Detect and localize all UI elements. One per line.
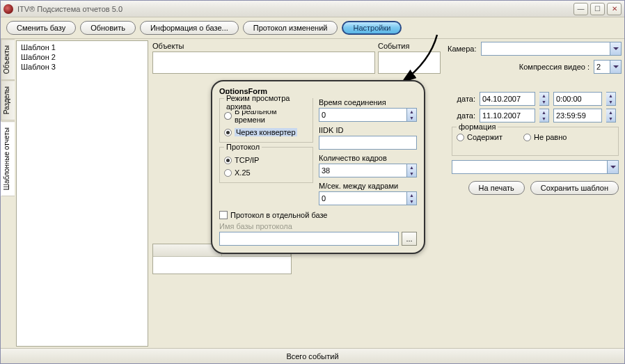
- frame-count-spinner[interactable]: ▲▼: [407, 164, 417, 177]
- info-legend: формация: [457, 122, 498, 131]
- side-tab-sections[interactable]: Разделы: [1, 80, 15, 120]
- time-spinner[interactable]: ▲▼: [606, 92, 616, 106]
- frame-count-input[interactable]: 38: [319, 164, 407, 177]
- protocol-button[interactable]: Протокол изменений: [243, 21, 338, 35]
- browse-button[interactable]: ...: [402, 232, 417, 246]
- tcpip-radio[interactable]: TCP/IP: [224, 156, 308, 164]
- toolbar: Сменить базу Обновить Информация о базе.…: [1, 17, 624, 38]
- side-tab-templates[interactable]: Шаблонные отчеты: [1, 121, 15, 196]
- protocol-legend: Протокол: [224, 143, 262, 151]
- template-list[interactable]: Шаблон 1 Шаблон 2 Шаблон 3: [16, 40, 148, 347]
- end-date-label: дата:: [452, 111, 475, 120]
- objects-box[interactable]: [152, 52, 375, 74]
- settings-button[interactable]: Настройки: [342, 21, 402, 35]
- start-date-field[interactable]: 04.10.2007: [480, 92, 535, 106]
- camera-label: Камера:: [448, 45, 477, 53]
- frame-interval-spinner[interactable]: ▲▼: [407, 191, 417, 205]
- end-date-field[interactable]: 11.10.2007: [480, 109, 535, 122]
- frame-interval-input[interactable]: 0: [319, 191, 407, 205]
- compression-value: 2: [594, 63, 601, 71]
- contains-radio[interactable]: Содержит: [457, 133, 503, 141]
- notequal-radio[interactable]: Не равно: [523, 133, 567, 141]
- iidk-input[interactable]: [319, 136, 417, 150]
- maximize-button[interactable]: ☐: [590, 3, 605, 15]
- options-dialog: OptionsForm Режим просмотра архива В реа…: [211, 80, 425, 254]
- date-spinner[interactable]: ▲▼: [539, 92, 549, 106]
- chevron-down-icon[interactable]: [610, 42, 621, 55]
- camera-combo[interactable]: [481, 42, 622, 56]
- change-base-button[interactable]: Сменить базу: [6, 21, 76, 35]
- print-button[interactable]: На печать: [468, 181, 525, 195]
- minimize-button[interactable]: —: [573, 3, 588, 15]
- side-tab-objects[interactable]: Объекты: [1, 39, 15, 80]
- save-template-button[interactable]: Сохранить шаблон: [530, 181, 619, 195]
- compression-label: Компрессия видео :: [519, 63, 590, 71]
- window-title: ITV® Подсистема отчетов 5.0: [17, 5, 122, 13]
- iidk-label: IIDK ID: [319, 126, 417, 134]
- time-spinner[interactable]: ▲▼: [606, 109, 616, 122]
- side-tabs: Объекты Разделы Шаблонные отчеты: [1, 39, 15, 348]
- separate-db-check[interactable]: Протокол в отдельной базе: [219, 211, 417, 219]
- converter-radio[interactable]: Через конвертер: [224, 128, 308, 136]
- chevron-down-icon[interactable]: [607, 161, 618, 173]
- titlebar: ITV® Подсистема отчетов 5.0 — ☐ ✕: [1, 1, 624, 17]
- frame-count-label: Количество кадров: [319, 154, 417, 162]
- conn-time-label: Время соединения: [319, 98, 417, 106]
- start-time-field[interactable]: 0:00:00: [553, 92, 602, 106]
- db-name-label: Имя базы протокола: [219, 222, 417, 230]
- chevron-down-icon[interactable]: [610, 61, 621, 73]
- db-name-input[interactable]: [219, 232, 399, 246]
- events-box[interactable]: [378, 52, 441, 74]
- list-item[interactable]: Шаблон 2: [18, 52, 146, 62]
- x25-radio[interactable]: X.25: [224, 168, 308, 177]
- status-total: Всего событий: [286, 352, 338, 361]
- compression-combo[interactable]: 2: [594, 60, 622, 74]
- info-combo[interactable]: [452, 160, 619, 174]
- close-button[interactable]: ✕: [607, 3, 622, 15]
- end-time-field[interactable]: 23:59:59: [553, 109, 602, 122]
- conn-time-input[interactable]: 0: [319, 108, 407, 122]
- list-item[interactable]: Шаблон 1: [18, 42, 146, 52]
- archive-mode-legend: Режим просмотра архива: [224, 94, 312, 111]
- db-info-button[interactable]: Информация о базе...: [140, 21, 239, 35]
- date-spinner[interactable]: ▲▼: [539, 109, 549, 122]
- refresh-button[interactable]: Обновить: [80, 21, 136, 35]
- app-icon: [3, 4, 13, 14]
- frame-interval-label: М/сек. между кадрами: [319, 182, 417, 190]
- statusbar: Всего событий: [1, 348, 624, 363]
- objects-label: Объекты: [152, 42, 375, 50]
- events-label: События: [378, 42, 441, 50]
- start-date-label: дата:: [452, 95, 475, 103]
- list-item[interactable]: Шаблон 3: [18, 62, 146, 72]
- conn-time-spinner[interactable]: ▲▼: [407, 108, 417, 122]
